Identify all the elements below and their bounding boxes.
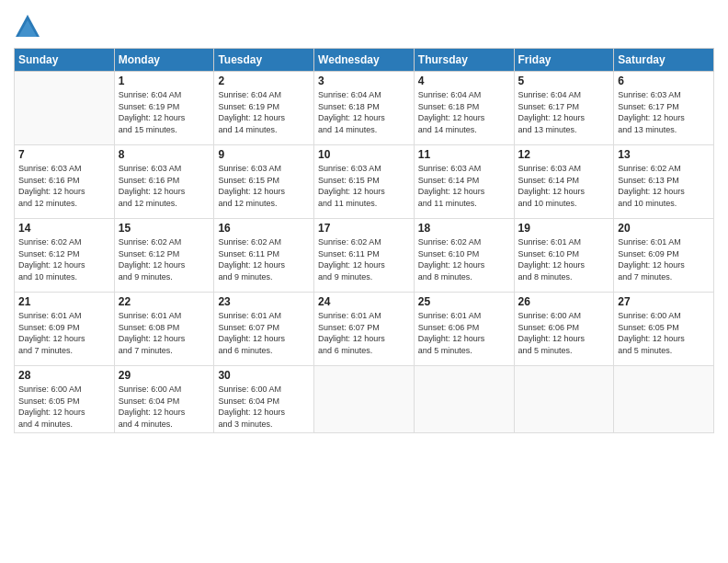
day-number: 27 — [618, 295, 710, 308]
day-number: 18 — [418, 222, 510, 235]
day-number: 9 — [218, 148, 310, 161]
day-number: 29 — [119, 369, 210, 382]
day-number: 12 — [518, 148, 610, 161]
day-info: Sunrise: 6:04 AM Sunset: 6:18 PM Dayligh… — [318, 89, 410, 135]
calendar-cell: 12Sunrise: 6:03 AM Sunset: 6:14 PM Dayli… — [514, 145, 614, 219]
day-info: Sunrise: 6:02 AM Sunset: 6:13 PM Dayligh… — [618, 163, 710, 209]
day-number: 5 — [518, 75, 610, 87]
day-number: 17 — [318, 222, 410, 235]
day-number: 13 — [618, 148, 710, 161]
calendar-header-row: SundayMondayTuesdayWednesdayThursdayFrid… — [15, 49, 714, 72]
day-info: Sunrise: 6:00 AM Sunset: 6:05 PM Dayligh… — [18, 384, 110, 430]
day-number: 20 — [618, 222, 710, 235]
calendar-cell: 21Sunrise: 6:01 AM Sunset: 6:09 PM Dayli… — [15, 293, 115, 366]
calendar-cell: 23Sunrise: 6:01 AM Sunset: 6:07 PM Dayli… — [214, 293, 314, 366]
day-number: 21 — [18, 295, 110, 308]
calendar-cell: 11Sunrise: 6:03 AM Sunset: 6:14 PM Dayli… — [414, 145, 514, 219]
calendar-cell: 29Sunrise: 6:00 AM Sunset: 6:04 PM Dayli… — [114, 366, 214, 433]
calendar-cell: 10Sunrise: 6:03 AM Sunset: 6:15 PM Dayli… — [314, 145, 415, 219]
calendar-cell: 26Sunrise: 6:00 AM Sunset: 6:06 PM Dayli… — [514, 293, 614, 366]
day-info: Sunrise: 6:03 AM Sunset: 6:14 PM Dayligh… — [518, 163, 610, 209]
calendar-cell: 25Sunrise: 6:01 AM Sunset: 6:06 PM Dayli… — [414, 293, 514, 366]
day-info: Sunrise: 6:01 AM Sunset: 6:08 PM Dayligh… — [119, 310, 210, 356]
calendar-cell: 30Sunrise: 6:00 AM Sunset: 6:04 PM Dayli… — [214, 366, 314, 433]
day-number: 8 — [119, 148, 210, 161]
day-number: 28 — [18, 369, 110, 382]
day-number: 10 — [318, 148, 410, 161]
calendar-cell: 27Sunrise: 6:00 AM Sunset: 6:05 PM Dayli… — [614, 293, 714, 366]
day-info: Sunrise: 6:00 AM Sunset: 6:06 PM Dayligh… — [518, 310, 610, 356]
calendar-cell — [614, 366, 714, 433]
calendar-cell: 15Sunrise: 6:02 AM Sunset: 6:12 PM Dayli… — [114, 219, 214, 293]
day-number: 3 — [318, 75, 410, 87]
day-info: Sunrise: 6:04 AM Sunset: 6:18 PM Dayligh… — [418, 89, 510, 135]
day-number: 2 — [218, 75, 310, 87]
calendar-week-row: 7Sunrise: 6:03 AM Sunset: 6:16 PM Daylig… — [15, 145, 714, 219]
calendar-cell: 9Sunrise: 6:03 AM Sunset: 6:15 PM Daylig… — [214, 145, 314, 219]
day-of-week-header: Friday — [514, 49, 614, 72]
calendar-cell: 1Sunrise: 6:04 AM Sunset: 6:19 PM Daylig… — [114, 72, 214, 145]
day-of-week-header: Tuesday — [214, 49, 314, 72]
calendar-cell: 2Sunrise: 6:04 AM Sunset: 6:19 PM Daylig… — [214, 72, 314, 145]
day-number: 4 — [418, 75, 510, 87]
calendar-week-row: 1Sunrise: 6:04 AM Sunset: 6:19 PM Daylig… — [15, 72, 714, 145]
day-info: Sunrise: 6:02 AM Sunset: 6:11 PM Dayligh… — [218, 236, 310, 282]
day-info: Sunrise: 6:03 AM Sunset: 6:15 PM Dayligh… — [318, 163, 410, 209]
day-number: 16 — [218, 222, 310, 235]
day-info: Sunrise: 6:00 AM Sunset: 6:04 PM Dayligh… — [119, 384, 210, 430]
calendar-cell: 6Sunrise: 6:03 AM Sunset: 6:17 PM Daylig… — [614, 72, 714, 145]
calendar-cell: 3Sunrise: 6:04 AM Sunset: 6:18 PM Daylig… — [314, 72, 415, 145]
calendar-cell — [314, 366, 415, 433]
calendar-cell — [15, 72, 115, 145]
calendar-cell: 5Sunrise: 6:04 AM Sunset: 6:17 PM Daylig… — [514, 72, 614, 145]
calendar-cell: 20Sunrise: 6:01 AM Sunset: 6:09 PM Dayli… — [614, 219, 714, 293]
calendar-week-row: 28Sunrise: 6:00 AM Sunset: 6:05 PM Dayli… — [15, 366, 714, 433]
calendar-cell: 19Sunrise: 6:01 AM Sunset: 6:10 PM Dayli… — [514, 219, 614, 293]
calendar-cell: 28Sunrise: 6:00 AM Sunset: 6:05 PM Dayli… — [15, 366, 115, 433]
day-info: Sunrise: 6:02 AM Sunset: 6:12 PM Dayligh… — [119, 236, 210, 282]
day-number: 15 — [119, 222, 210, 235]
calendar-cell: 17Sunrise: 6:02 AM Sunset: 6:11 PM Dayli… — [314, 219, 415, 293]
day-number: 26 — [518, 295, 610, 308]
page: SundayMondayTuesdayWednesdayThursdayFrid… — [0, 0, 728, 563]
logo — [14, 13, 43, 40]
calendar-cell: 4Sunrise: 6:04 AM Sunset: 6:18 PM Daylig… — [414, 72, 514, 145]
day-info: Sunrise: 6:03 AM Sunset: 6:16 PM Dayligh… — [18, 163, 110, 209]
day-number: 30 — [218, 369, 310, 382]
day-info: Sunrise: 6:03 AM Sunset: 6:17 PM Dayligh… — [618, 89, 710, 135]
day-info: Sunrise: 6:01 AM Sunset: 6:07 PM Dayligh… — [318, 310, 410, 356]
calendar-cell: 7Sunrise: 6:03 AM Sunset: 6:16 PM Daylig… — [15, 145, 115, 219]
calendar-week-row: 14Sunrise: 6:02 AM Sunset: 6:12 PM Dayli… — [15, 219, 714, 293]
day-number: 7 — [18, 148, 110, 161]
calendar-cell: 13Sunrise: 6:02 AM Sunset: 6:13 PM Dayli… — [614, 145, 714, 219]
calendar-cell: 16Sunrise: 6:02 AM Sunset: 6:11 PM Dayli… — [214, 219, 314, 293]
logo-icon — [14, 13, 41, 40]
day-info: Sunrise: 6:03 AM Sunset: 6:16 PM Dayligh… — [119, 163, 210, 209]
day-info: Sunrise: 6:01 AM Sunset: 6:09 PM Dayligh… — [618, 236, 710, 282]
calendar-body: 1Sunrise: 6:04 AM Sunset: 6:19 PM Daylig… — [15, 72, 714, 433]
day-info: Sunrise: 6:02 AM Sunset: 6:12 PM Dayligh… — [18, 236, 110, 282]
calendar-table: SundayMondayTuesdayWednesdayThursdayFrid… — [14, 48, 714, 433]
day-number: 19 — [518, 222, 610, 235]
day-number: 1 — [119, 75, 210, 87]
day-info: Sunrise: 6:03 AM Sunset: 6:15 PM Dayligh… — [218, 163, 310, 209]
day-info: Sunrise: 6:02 AM Sunset: 6:10 PM Dayligh… — [418, 236, 510, 282]
day-of-week-header: Thursday — [414, 49, 514, 72]
day-number: 14 — [18, 222, 110, 235]
day-info: Sunrise: 6:01 AM Sunset: 6:09 PM Dayligh… — [18, 310, 110, 356]
calendar-cell: 22Sunrise: 6:01 AM Sunset: 6:08 PM Dayli… — [114, 293, 214, 366]
calendar-week-row: 21Sunrise: 6:01 AM Sunset: 6:09 PM Dayli… — [15, 293, 714, 366]
day-info: Sunrise: 6:01 AM Sunset: 6:06 PM Dayligh… — [418, 310, 510, 356]
day-info: Sunrise: 6:00 AM Sunset: 6:04 PM Dayligh… — [218, 384, 310, 430]
day-info: Sunrise: 6:04 AM Sunset: 6:17 PM Dayligh… — [518, 89, 610, 135]
calendar-cell: 14Sunrise: 6:02 AM Sunset: 6:12 PM Dayli… — [15, 219, 115, 293]
calendar-cell: 24Sunrise: 6:01 AM Sunset: 6:07 PM Dayli… — [314, 293, 415, 366]
day-number: 6 — [618, 75, 710, 87]
day-number: 22 — [119, 295, 210, 308]
day-info: Sunrise: 6:04 AM Sunset: 6:19 PM Dayligh… — [119, 89, 210, 135]
day-info: Sunrise: 6:04 AM Sunset: 6:19 PM Dayligh… — [218, 89, 310, 135]
calendar-cell — [514, 366, 614, 433]
day-of-week-header: Saturday — [614, 49, 714, 72]
day-of-week-header: Monday — [114, 49, 214, 72]
day-info: Sunrise: 6:03 AM Sunset: 6:14 PM Dayligh… — [418, 163, 510, 209]
